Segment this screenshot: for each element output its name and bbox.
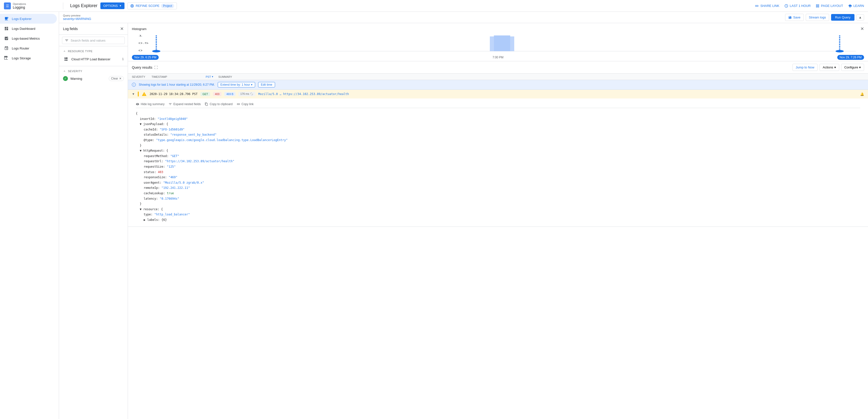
search-input-container[interactable]: Search fields and values bbox=[62, 37, 125, 44]
jump-to-now-button[interactable]: Jump to Now bbox=[793, 64, 817, 71]
sidebar-label-logs-storage: Logs Storage bbox=[12, 56, 31, 60]
results-header: Query results ⛶ Jump to Now Actions ▾ bbox=[128, 61, 868, 73]
http-request-section[interactable]: ▼ httpRequest: { bbox=[136, 148, 860, 154]
labels-arrow: ▶ bbox=[144, 218, 147, 221]
http-request-close: } bbox=[136, 201, 860, 207]
resource-section[interactable]: ▼ resource: { bbox=[136, 207, 860, 212]
payload-arrow: ▼ bbox=[140, 122, 143, 126]
clear-badge[interactable]: Clear ✕ bbox=[109, 76, 124, 81]
expand-nested-fields-button[interactable]: Expand nested fields bbox=[168, 102, 201, 106]
histogram-times: Nov 29, 6:25 PM 7:00 PM Nov 29, 7:26 PM bbox=[132, 55, 864, 60]
sidebar-label-logs-router: Logs Router bbox=[12, 47, 29, 50]
copy-link-button[interactable]: Copy link bbox=[237, 102, 254, 106]
histogram-title: Histogram bbox=[132, 27, 146, 31]
user-agent-line: userAgent: "Mozilla/5.0 zgrab/0.x" bbox=[136, 180, 860, 186]
alert-bell-icon[interactable]: 🔔 bbox=[860, 92, 864, 96]
warning-label: Warning bbox=[70, 77, 82, 81]
sidebar-label-logs-explorer: Logs Explorer bbox=[12, 17, 31, 21]
query-actions: Save Stream logs Run Query ▲ bbox=[785, 14, 864, 21]
expand-nested-icon bbox=[168, 102, 172, 106]
size-badge: 469 B bbox=[224, 92, 236, 96]
info-icon: i bbox=[132, 83, 136, 87]
log-entry-row: ▼ 2020-11-29 18:34:28.796 PST GET 403 46… bbox=[128, 90, 868, 227]
resource-type-header[interactable]: RESOURCE TYPE bbox=[59, 48, 128, 54]
json-payload-section[interactable]: ▼ jsonPayload: { bbox=[136, 122, 860, 127]
log-summary: Mozilla/5.0 … https://34.102.253.89/actu… bbox=[258, 92, 857, 96]
page-layout-button[interactable]: PAGE LAYOUT bbox=[815, 4, 843, 8]
log-json-content: { insertId: "1nxtl48geig5040" ▼ jsonPayl… bbox=[136, 111, 860, 222]
nav-actions: SHARE LINK LAST 1 HOUR PAGE LAYOUT LEARN bbox=[755, 4, 864, 8]
time-end-bubble: Nov 29, 7:26 PM bbox=[837, 55, 864, 60]
http-request-arrow: ▼ bbox=[140, 149, 143, 152]
info-bar: i Showing logs for last 1 hour starting … bbox=[128, 80, 868, 90]
json-open-brace: { bbox=[136, 111, 860, 116]
main-layout: Logs Explorer Logs Dashboard Logs-based … bbox=[0, 12, 868, 419]
hide-log-summary-button[interactable]: Hide log summary bbox=[136, 102, 164, 106]
refine-scope-button[interactable]: REFINE SCOPE Project bbox=[127, 2, 177, 9]
request-size-line: requestSize: "125" bbox=[136, 164, 860, 170]
svg-point-2 bbox=[132, 5, 133, 6]
share-link-button[interactable]: SHARE LINK bbox=[755, 4, 779, 8]
hide-icon bbox=[136, 102, 139, 106]
actions-button[interactable]: Actions ▾ bbox=[819, 64, 839, 71]
save-button[interactable]: Save bbox=[785, 14, 804, 21]
page-title: Logs Explorer bbox=[70, 3, 97, 8]
labels-line[interactable]: ▶ labels: {6} bbox=[136, 217, 860, 223]
clear-x-icon: ✕ bbox=[119, 77, 122, 80]
options-button[interactable]: OPTIONS ▼ bbox=[100, 2, 124, 9]
sidebar-item-logs-dashboard[interactable]: Logs Dashboard bbox=[0, 24, 57, 33]
copy-icon bbox=[205, 102, 208, 106]
remote-ip-line: remoteIp: "192.241.222.11" bbox=[136, 185, 860, 191]
run-query-button[interactable]: Run Query bbox=[831, 14, 855, 21]
logs-explorer-icon bbox=[4, 16, 9, 21]
log-fields-title: Log fields bbox=[63, 27, 78, 31]
learn-icon bbox=[848, 4, 852, 8]
histogram-close-button[interactable]: ✕ bbox=[860, 26, 864, 31]
type-line: @type: "type.googleapis.com/google.cloud… bbox=[136, 138, 860, 143]
histogram-header: Histogram ✕ bbox=[132, 26, 864, 31]
sidebar-item-logs-explorer[interactable]: Logs Explorer bbox=[0, 14, 57, 24]
refine-scope-icon bbox=[130, 4, 134, 8]
query-preview-label: Query preview bbox=[63, 14, 91, 17]
extend-time-button[interactable]: Extend time by: 1 hour ▾ bbox=[218, 82, 255, 87]
results-actions: Jump to Now Actions ▾ Configure ▾ bbox=[793, 64, 864, 71]
query-preview-section: Query preview severity=WARNING bbox=[63, 14, 91, 21]
svg-text:1: 1 bbox=[138, 34, 143, 37]
content-area: Query preview severity=WARNING Save Stre… bbox=[59, 12, 868, 419]
query-preview-value: severity=WARNING bbox=[63, 17, 91, 21]
logs-metrics-icon bbox=[4, 36, 9, 41]
latency-badge: 176 ms bbox=[239, 92, 255, 96]
sidebar-item-logs-metrics[interactable]: Logs-based Metrics bbox=[0, 33, 57, 43]
cloud-http-lb-item[interactable]: Cloud HTTP Load Balancer 1 bbox=[59, 54, 128, 64]
entry-expand-arrow[interactable]: ▼ bbox=[132, 92, 135, 96]
sidebar-item-logs-storage[interactable]: Logs Storage bbox=[0, 53, 57, 63]
results-title-label: Query results bbox=[132, 65, 152, 69]
actions-chevron-icon: ▾ bbox=[834, 65, 836, 69]
learn-button[interactable]: LEARN bbox=[848, 4, 864, 8]
warning-severity-item: ✓ Warning Clear ✕ bbox=[59, 74, 128, 83]
logging-label: Logging bbox=[13, 5, 26, 9]
histogram-panel: Histogram ✕ 1 0.5 0 bbox=[128, 23, 868, 61]
link-icon bbox=[755, 4, 759, 8]
severity-header[interactable]: SEVERITY bbox=[59, 68, 128, 74]
logs-router-icon bbox=[4, 46, 9, 51]
log-fields-close-button[interactable]: ✕ bbox=[120, 26, 124, 31]
expand-results-icon[interactable]: ⛶ bbox=[154, 65, 158, 69]
sidebar-item-logs-router[interactable]: Logs Router bbox=[0, 43, 57, 53]
time-start-bubble: Nov 29, 6:25 PM bbox=[132, 55, 159, 60]
edit-time-button[interactable]: Edit time bbox=[258, 82, 275, 87]
configure-button[interactable]: Configure ▾ bbox=[841, 64, 864, 71]
svg-rect-9 bbox=[494, 35, 510, 51]
logs-dashboard-icon bbox=[4, 26, 9, 31]
last-1-hour-button[interactable]: LAST 1 HOUR bbox=[784, 4, 811, 8]
copy-to-clipboard-button[interactable]: Copy to clipboard bbox=[205, 102, 232, 106]
table-header: SEVERITY TIMESTAMP PST ▾ SUMMARY bbox=[128, 73, 868, 80]
latency-line: latency: "0.176694s" bbox=[136, 196, 860, 202]
col-pst-header[interactable]: PST ▾ bbox=[206, 75, 213, 78]
log-entry-header[interactable]: ▼ 2020-11-29 18:34:28.796 PST GET 403 46… bbox=[128, 90, 868, 98]
json-payload-close: } bbox=[136, 143, 860, 148]
expand-query-button[interactable]: ▲ bbox=[857, 14, 864, 21]
method-badge: GET bbox=[200, 92, 210, 96]
pst-chevron-icon: ▾ bbox=[212, 75, 213, 78]
stream-logs-button[interactable]: Stream logs bbox=[806, 14, 829, 21]
